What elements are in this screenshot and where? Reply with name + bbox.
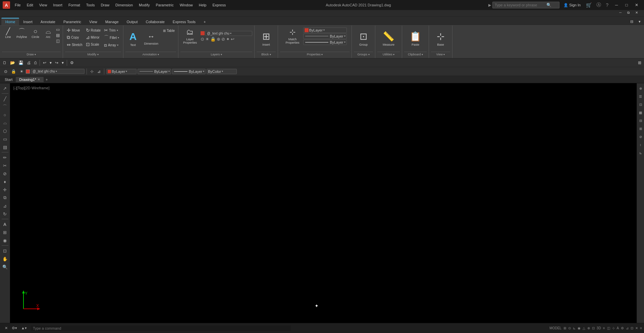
layer-tools-btn3[interactable]: ☀ [18, 68, 25, 75]
cart-icon[interactable]: 🛒 [585, 2, 593, 8]
ribbon-expand-btn[interactable]: ▾ [637, 19, 643, 25]
menu-express[interactable]: Express [210, 2, 228, 8]
move-button[interactable]: ✛ Move [65, 27, 84, 34]
layer-btn5[interactable]: ⊘ [221, 37, 225, 42]
groups-group-label[interactable]: Groups ▾ [354, 52, 373, 57]
lt-zoom[interactable]: 🔍 [1, 263, 9, 271]
menu-file[interactable]: File [12, 2, 23, 8]
gradient-button[interactable]: ◫ [55, 38, 61, 44]
status-selection[interactable]: ⊹ [612, 326, 615, 330]
tab-drawing1-close[interactable]: ✕ [38, 78, 40, 81]
rt-btn2[interactable]: ☰ [637, 93, 644, 100]
rt-btn6[interactable]: ⊞ [637, 125, 644, 132]
color-dropdown[interactable]: ByLayer ▾ [303, 28, 347, 33]
base-button[interactable]: ⊹ Base [433, 27, 448, 50]
layer-btn2[interactable]: ☀ [205, 37, 209, 42]
lt-trim[interactable]: ✂ [1, 162, 9, 169]
layer-tools-btn2[interactable]: 🔒 [10, 68, 17, 75]
status-polar[interactable]: ◉ [578, 326, 581, 330]
status-ortho[interactable]: ⊾ [573, 326, 576, 330]
status-annotation[interactable]: A [617, 326, 619, 330]
rectangle-button[interactable]: ▭ [55, 27, 61, 32]
annotation-group-label[interactable]: Annotation ▾ [125, 52, 176, 57]
inner-restore[interactable]: ⧉ [627, 11, 635, 16]
workspace-btn[interactable]: ⚙ [69, 60, 75, 66]
open-file-btn[interactable]: 📂 [9, 60, 16, 66]
search-box[interactable]: 🔍 [492, 2, 559, 8]
minimize-button[interactable]: ─ [612, 2, 621, 8]
lt-line[interactable]: ╱ [1, 95, 9, 102]
menu-view[interactable]: View [37, 2, 50, 8]
command-settings-btn[interactable]: ⚙▾ [10, 325, 18, 331]
tab-output[interactable]: Output [123, 18, 142, 25]
arc-button[interactable]: ⌓ Arc [42, 27, 54, 40]
tab-express-tools[interactable]: Express Tools [169, 18, 200, 25]
lt-extend[interactable]: ⊘ [1, 170, 9, 177]
view-group-label[interactable]: View ▾ [431, 52, 450, 57]
status-workspace[interactable]: ⚙ [621, 326, 624, 330]
customize-btn[interactable]: ⊞ [637, 60, 643, 66]
maximize-button[interactable]: □ [622, 2, 631, 8]
trim-button[interactable]: ✂ Trim ▾ [103, 27, 120, 34]
group-button[interactable]: ⊡ Group [356, 27, 371, 50]
print-preview-btn[interactable]: ⎙ [33, 60, 38, 66]
autodesk-icon[interactable]: Ⓐ [595, 2, 602, 8]
layer-walk-btn[interactable]: ⊿ [96, 68, 102, 75]
redo-dropdown-btn[interactable]: ▾ [60, 60, 65, 66]
rotate-button[interactable]: ↻ Rotate [85, 27, 102, 34]
status-customize[interactable]: ≡ [640, 326, 642, 330]
layer-btn1[interactable]: ⊙ [201, 37, 204, 42]
menu-parametric[interactable]: Parametric [153, 2, 176, 8]
lt-view-cube[interactable]: ⊡ [1, 247, 9, 254]
menu-tools[interactable]: Tools [84, 2, 98, 8]
tab-manage[interactable]: Manage [101, 18, 123, 25]
status-snap[interactable]: ⊙ [568, 326, 571, 330]
dimension-button[interactable]: ↔ Dimension [142, 27, 161, 50]
color-dropdown2[interactable]: ByLayer ▾ [106, 69, 137, 74]
layer-tools-btn1[interactable]: ⊙ [3, 68, 9, 75]
tab-drawing1[interactable]: Drawing1* ✕ [16, 77, 44, 82]
rt-btn9[interactable]: ⊾ [637, 149, 644, 156]
lt-arc[interactable]: ⌓ [1, 119, 9, 127]
rt-btn5[interactable]: ⊟ [637, 117, 644, 124]
lineweight-dropdown2[interactable]: ByLayer ▾ [172, 69, 206, 74]
menu-dimension[interactable]: Dimension [113, 2, 136, 8]
status-isodraft[interactable]: ⊿ [626, 326, 629, 330]
line-button[interactable]: ╱ Line [2, 27, 14, 40]
lt-offset[interactable]: ♦ [1, 178, 9, 185]
lt-move[interactable]: ✛ [1, 186, 9, 193]
rt-btn8[interactable]: ↕ [637, 141, 644, 148]
tab-extra[interactable]: + [200, 18, 210, 25]
lineweight-dropdown[interactable]: ByLayer ▾ [303, 40, 347, 45]
tab-annotate[interactable]: Annotate [37, 18, 59, 25]
rt-btn4[interactable]: ▦ [637, 109, 644, 116]
command-close-btn[interactable]: ✕ [3, 325, 9, 331]
lt-polygon[interactable]: ⬡ [1, 127, 9, 135]
command-input[interactable] [31, 326, 291, 331]
layer-btn4[interactable]: ⊕ [217, 37, 220, 42]
array-button[interactable]: ⧈ Array ▾ [103, 42, 120, 49]
menu-modify[interactable]: Modify [136, 2, 152, 8]
lt-rectangle[interactable]: ▭ [1, 135, 9, 143]
search-input[interactable] [495, 3, 545, 7]
lt-copy-tool[interactable]: ⧉ [1, 194, 9, 201]
status-clean-screen[interactable]: ✕ [635, 326, 638, 330]
hatch-button[interactable]: ▤ [55, 33, 61, 38]
tab-insert[interactable]: Insert [19, 18, 37, 25]
match-properties-button[interactable]: ⊹ MatchProperties [283, 27, 302, 45]
undo-group-btn[interactable]: ↩ [42, 60, 48, 66]
tab-collaborate[interactable]: Collaborate [142, 18, 169, 25]
status-model[interactable]: MODEL [549, 326, 561, 330]
status-osnap[interactable]: △ [583, 326, 585, 330]
ribbon-collapse-btn[interactable]: ⊟ [628, 19, 635, 25]
lt-pan[interactable]: ✋ [1, 255, 9, 263]
transparency-dropdown[interactable]: ByColor ▾ [207, 69, 237, 74]
menu-insert[interactable]: Insert [50, 2, 65, 8]
block-group-label[interactable]: Block ▾ [257, 52, 276, 57]
lt-circle[interactable]: ○ [1, 111, 9, 118]
insert-button[interactable]: ⊞ Insert [259, 27, 274, 50]
layer-properties-button[interactable]: 🗂 LayerProperties [180, 27, 200, 45]
new-file-btn[interactable]: 🗋 [1, 60, 8, 66]
linetype-dropdown2[interactable]: ByLayer ▾ [138, 69, 171, 74]
scale-button[interactable]: ⊡ Scale [85, 41, 102, 48]
